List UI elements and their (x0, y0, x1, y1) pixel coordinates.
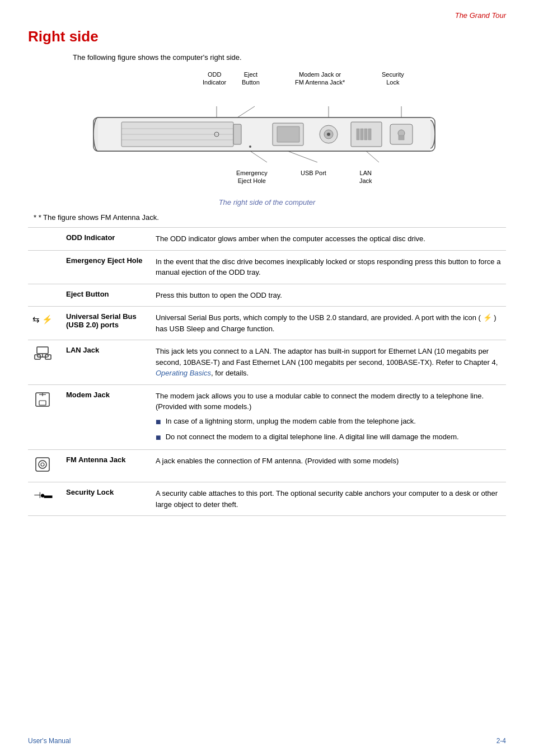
svg-line-18 (288, 151, 317, 162)
svg-rect-27 (368, 129, 371, 140)
modem-subitem-2: ■ Do not connect the modem to a digital … (156, 431, 502, 444)
footer-left: User's Manual (28, 737, 71, 745)
icon-cell-fm (28, 450, 62, 482)
desc-fm: A jack enables the connection of FM ante… (151, 450, 506, 482)
term-fm: FM Antenna Jack (62, 450, 151, 482)
desc-security: A security cable attaches to this port. … (151, 482, 506, 516)
desc-usb: Universal Serial Bus ports, which comply… (151, 307, 506, 340)
icon-cell-security: ⊣●▬ (28, 482, 62, 516)
label-modem: Modem Jack orFM Antenna Jack* (295, 71, 345, 87)
diagram-container: ODDIndicator EjectButton Modem Jack orFM… (77, 71, 457, 198)
term-usb: Universal Serial Bus (USB 2.0) ports (62, 307, 151, 340)
usb-icon: ⇆ ⚡ (32, 314, 53, 324)
page-footer: User's Manual 2-4 (28, 737, 506, 745)
modem-subitem-1: ■ In case of a lightning storm, unplug t… (156, 416, 502, 428)
svg-rect-17 (277, 126, 299, 142)
label-lan-jack: LANJack (359, 169, 372, 185)
footnote: * * The figure shows FM Antenna Jack. (34, 213, 506, 222)
bullet-icon: ■ (156, 431, 161, 444)
intro-text: The following figure shows the computer'… (73, 53, 506, 62)
info-table: ODD Indicator The ODD indicator glows am… (28, 227, 506, 516)
icon-cell-emergency (28, 250, 62, 284)
table-row: ODD Indicator The ODD indicator glows am… (28, 228, 506, 251)
label-eject-btn: EjectButton (242, 71, 260, 87)
lan-icon (34, 350, 51, 364)
page-title: Right side (28, 28, 506, 45)
bullet-icon: ■ (156, 416, 161, 428)
security-lock-icon: ⊣●▬ (34, 490, 51, 500)
table-row: ⇆ ⚡ Universal Serial Bus (USB 2.0) ports… (28, 307, 506, 340)
svg-rect-33 (37, 347, 48, 354)
term-emergency: Emergency Eject Hole (62, 250, 151, 284)
table-row: FM Antenna Jack A jack enables the conne… (28, 450, 506, 482)
diagram-caption: The right side of the computer (28, 198, 506, 206)
table-row: ⊣●▬ Security Lock A security cable attac… (28, 482, 506, 516)
label-security: SecurityLock (382, 71, 404, 87)
table-row: Emergency Eject Hole In the event that t… (28, 250, 506, 284)
desc-odd: The ODD indicator glows amber when the c… (151, 228, 506, 251)
modem-icon (34, 398, 51, 411)
svg-rect-44 (36, 458, 49, 471)
desc-modem: The modem jack allows you to use a modul… (151, 384, 506, 450)
table-row: Modem Jack The modem jack allows you to … (28, 384, 506, 450)
operating-basics-link[interactable]: Operating Basics (156, 369, 211, 377)
table-row: Eject Button Press this button to open t… (28, 284, 506, 307)
label-odd: ODDIndicator (203, 71, 226, 87)
icon-cell-eject (28, 284, 62, 307)
icon-cell-lan (28, 340, 62, 385)
term-odd: ODD Indicator (62, 228, 151, 251)
svg-point-14 (249, 145, 251, 148)
table-row: LAN Jack This jack lets you connect to a… (28, 340, 506, 385)
term-lan: LAN Jack (62, 340, 151, 385)
icon-cell-usb: ⇆ ⚡ (28, 307, 62, 340)
desc-eject: Press this button to open the ODD tray. (151, 284, 506, 307)
laptop-diagram (77, 101, 457, 168)
svg-point-21 (327, 133, 330, 136)
svg-rect-24 (357, 129, 359, 140)
label-emergency: EmergencyEject Hole (236, 169, 268, 185)
svg-rect-12 (233, 124, 241, 144)
icon-cell-odd (28, 228, 62, 251)
svg-rect-26 (364, 129, 367, 140)
term-security: Security Lock (62, 482, 151, 516)
svg-point-46 (41, 463, 44, 466)
svg-rect-25 (360, 129, 363, 140)
svg-line-28 (366, 151, 379, 162)
svg-line-15 (250, 151, 267, 162)
desc-emergency: In the event that the disc drive becomes… (151, 250, 506, 284)
svg-rect-31 (399, 135, 404, 140)
svg-rect-41 (39, 401, 46, 405)
icon-cell-modem (28, 384, 62, 450)
footer-right: 2-4 (496, 737, 506, 745)
desc-lan: This jack lets you connect to a LAN. The… (151, 340, 506, 385)
term-eject: Eject Button (62, 284, 151, 307)
label-usb-port: USB Port (301, 169, 326, 177)
svg-line-13 (237, 106, 255, 118)
header-title: The Grand Tour (455, 11, 506, 20)
svg-point-45 (39, 461, 46, 468)
term-modem: Modem Jack (62, 384, 151, 450)
fm-antenna-icon (34, 463, 51, 476)
